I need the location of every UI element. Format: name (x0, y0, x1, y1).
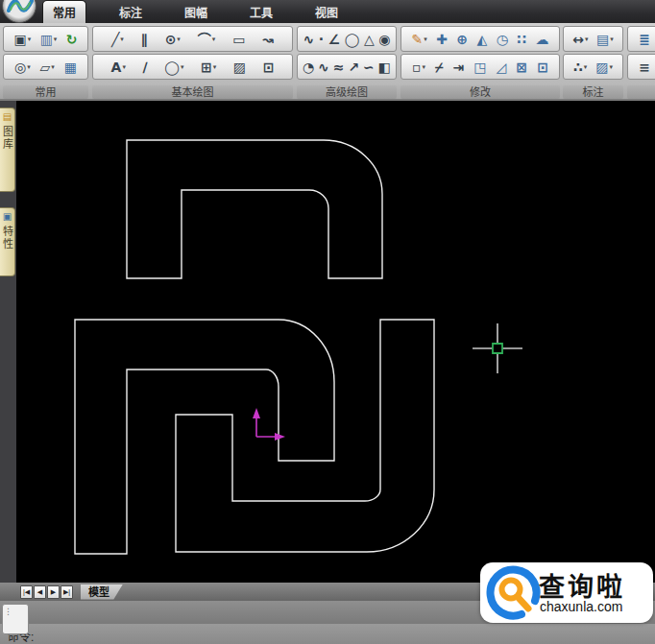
copy-3d-icon[interactable]: ⊠ (515, 57, 528, 78)
nav-last-button[interactable]: ▶| (61, 585, 73, 599)
command-bar[interactable]: 命令: (0, 624, 655, 644)
dropdown-arrow-icon[interactable]: ▾ (54, 36, 58, 43)
tool-icon: ⌿ (435, 57, 443, 78)
dim-node-icon[interactable]: ∴ ▾ (572, 57, 588, 78)
ribbon-group-label: 常用 (3, 85, 88, 99)
line-icon[interactable]: ╱ ▾ (110, 29, 125, 50)
rectangle-icon[interactable]: ▭ (231, 29, 246, 50)
polyline-icon[interactable]: ↝ (261, 29, 275, 50)
rotate-icon[interactable]: ◷ (496, 29, 509, 50)
dim-style-icon[interactable]: ▨ ▾ (594, 57, 614, 78)
point-icon[interactable]: · (318, 29, 325, 50)
copy-icon[interactable]: ▥ ▾ (39, 29, 59, 50)
nav-next-button[interactable]: ▶ (47, 585, 60, 599)
parallel-icon[interactable]: ∥ (140, 29, 149, 50)
tool-icon: ⊕ (456, 29, 468, 50)
tab-label: 常用 (53, 4, 76, 20)
menu-icon[interactable]: ≡ (638, 57, 651, 78)
display-icon[interactable]: ▦ (63, 57, 78, 78)
properties-icon[interactable]: ≣ (638, 29, 651, 50)
tab-biaozhu[interactable]: 标注 (109, 0, 152, 23)
scale-icon[interactable]: ◳ (473, 57, 487, 78)
sidebar-tab-properties[interactable]: ▣ 特性 (0, 207, 15, 276)
polygon-icon[interactable]: △ (363, 29, 376, 50)
drawing-canvas[interactable] (17, 101, 655, 583)
pie-icon[interactable]: ◔ (302, 57, 315, 78)
app-logo-button[interactable] (2, 0, 36, 23)
drawing-upper-shape[interactable] (127, 140, 382, 278)
sidebar-tab-library[interactable]: ▤ 图库 (0, 107, 15, 192)
revolve-icon[interactable]: ◉ (377, 29, 391, 50)
angle-line-icon[interactable]: ∠ (328, 29, 342, 50)
copy-move-icon[interactable]: ⊕ (455, 29, 469, 50)
ribbon-row: ∿ · ∠ ◯ (297, 26, 397, 52)
extend-icon[interactable]: ⇥ (452, 57, 466, 78)
dropdown-arrow-icon[interactable]: ▾ (177, 36, 181, 43)
dropdown-arrow-icon[interactable]: ▾ (609, 63, 613, 71)
trim-icon[interactable]: ⌿ (434, 57, 444, 78)
arc-icon[interactable]: ⌒ ▾ (197, 29, 217, 50)
model-tab[interactable]: 模型 (81, 584, 123, 600)
dropdown-arrow-icon[interactable]: ▾ (120, 36, 124, 43)
image-icon[interactable]: ⊡ (262, 57, 276, 78)
ellipse-icon[interactable]: ◯ ▾ (163, 57, 184, 78)
tab-tufu[interactable]: 图幅 (175, 0, 217, 23)
dropdown-arrow-icon[interactable]: ▾ (585, 36, 589, 43)
drawing-lower-left-shape[interactable] (75, 320, 334, 554)
sidebar-tab-label: 图库 (0, 126, 15, 151)
dropdown-arrow-icon[interactable]: ▾ (27, 63, 31, 71)
ribbon-row: ◔ ∿ ≈ ↗ (297, 54, 397, 80)
hatch-icon[interactable]: ▨ (232, 57, 247, 78)
wave-icon[interactable]: ∿ (317, 57, 330, 78)
tab-changyong[interactable]: 常用 (42, 0, 86, 23)
chamfer-icon[interactable]: ◿ (496, 57, 508, 78)
dropdown-arrow-icon[interactable]: ▾ (424, 36, 427, 43)
paste-icon[interactable]: ▣ ▾ (12, 29, 32, 50)
zoom-icon[interactable]: ◎ ▾ (13, 57, 32, 78)
array-icon[interactable]: ∷ (516, 29, 527, 50)
dropdown-arrow-icon[interactable]: ▾ (213, 63, 217, 71)
freehand-icon[interactable]: ∽ (362, 57, 376, 78)
offset-icon[interactable]: ⊡ (536, 57, 549, 78)
spline-icon[interactable]: ∿ (303, 29, 316, 50)
arrow-icon[interactable]: ↗ (347, 57, 360, 78)
tool-icon: ∠ (328, 29, 341, 50)
dropdown-arrow-icon[interactable]: ▾ (28, 36, 32, 43)
command-panel-handle[interactable]: ⋮ (2, 604, 29, 634)
select-icon[interactable]: ▫ ▾ (411, 57, 426, 78)
quick-dim-icon[interactable]: ⊞ ▾ (200, 57, 217, 78)
sketch-icon[interactable]: ∕ (142, 57, 149, 78)
erase-icon[interactable]: ✎ ▾ (410, 29, 427, 50)
dropdown-arrow-icon[interactable]: ▾ (423, 63, 426, 71)
drawing-lower-right-shape[interactable] (176, 320, 434, 552)
tool-icon: ◿ (497, 57, 507, 78)
circle-icon[interactable]: ⊙ ▾ (164, 29, 182, 50)
revision-cloud-icon[interactable]: ☁ (535, 29, 550, 50)
titlebar: 常用 标注 图幅 工具 视图 (0, 0, 655, 23)
tool-icon: ⌒ (198, 29, 211, 50)
mirror-icon[interactable]: ◭ (475, 29, 488, 50)
nav-prev-button[interactable]: ◀ (34, 585, 46, 599)
update-icon[interactable]: ↻ (65, 29, 79, 50)
insert-block-icon[interactable]: ▱ ▾ (39, 57, 56, 78)
dropdown-arrow-icon[interactable]: ▾ (610, 36, 614, 43)
move-icon[interactable]: ✚ (435, 29, 449, 50)
tab-shitu[interactable]: 视图 (305, 0, 348, 23)
ellipse-adv-icon[interactable]: ◯ (344, 29, 361, 50)
dim-image-icon[interactable]: ▤ ▾ (595, 29, 615, 50)
dropdown-arrow-icon[interactable]: ▾ (584, 63, 588, 71)
cone-icon[interactable]: ◧ (377, 57, 392, 78)
dropdown-arrow-icon[interactable]: ▾ (212, 36, 216, 43)
dim-linear-icon[interactable]: ↔ ▾ (571, 29, 589, 50)
tool-icon: ∷ (517, 29, 526, 50)
dropdown-arrow-icon[interactable]: ▾ (51, 63, 55, 71)
zigzag-icon[interactable]: ≈ (332, 57, 346, 78)
dropdown-arrow-icon[interactable]: ▾ (181, 63, 184, 71)
tool-icon: ↝ (262, 29, 274, 50)
tab-gongju[interactable]: 工具 (240, 0, 282, 23)
nav-first-button[interactable]: |◀ (20, 585, 33, 599)
dropdown-arrow-icon[interactable]: ▾ (122, 63, 126, 71)
text-icon[interactable]: A ▾ (110, 57, 127, 78)
tool-icon: · (319, 29, 324, 50)
sheet-nav-buttons: |◀◀▶▶| (20, 585, 73, 599)
